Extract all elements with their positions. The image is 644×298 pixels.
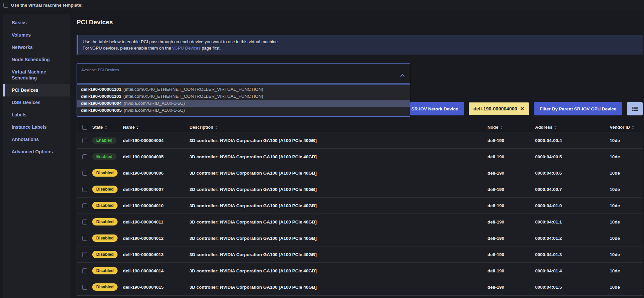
device-name: dell-190-000004011 <box>123 220 189 224</box>
device-node: dell-190 <box>487 268 535 273</box>
pci-devices-panel: PCI Devices Use the table below to enabl… <box>70 10 644 298</box>
row-checkbox[interactable] <box>82 252 87 257</box>
state-badge: Disabled <box>92 251 118 258</box>
pci-device-option[interactable]: dell-190-000001103(intel.com/X540_ETHERN… <box>77 93 410 100</box>
list-icon <box>632 106 638 111</box>
device-vendor-id: 10de <box>610 203 643 208</box>
device-vendor-id: 10de <box>610 268 643 273</box>
device-description: 3D controller: NVIDIA Corporation GA100 … <box>189 252 487 257</box>
device-node: dell-190 <box>487 187 535 192</box>
device-address: 0000:04:01.0 <box>535 203 610 208</box>
table-row: Disableddell-190-0000040123D controller:… <box>77 230 643 246</box>
device-address: 0000:04:01.4 <box>535 268 610 273</box>
device-vendor-id: 10de <box>610 187 643 192</box>
vgpu-devices-link[interactable]: vGPU Devices <box>172 46 201 51</box>
device-address: 0000:04:01.1 <box>535 220 610 224</box>
option-device-name: dell-190-000004004 <box>81 101 122 106</box>
sidebar-item-annotations[interactable]: Annotations <box>3 133 70 146</box>
row-checkbox[interactable] <box>82 138 87 143</box>
option-device-desc: (intel.com/X540_ETHERNET_CONTROLLER_VIRT… <box>124 94 263 99</box>
device-description: 3D controller: NVIDIA Corporation GA100 … <box>189 154 487 159</box>
column-header-address[interactable]: Address <box>535 125 610 130</box>
row-checkbox[interactable] <box>82 171 87 176</box>
device-name: dell-190-000004015 <box>123 285 189 290</box>
device-name: dell-190-000004006 <box>123 171 189 176</box>
state-badge: Disabled <box>92 169 118 177</box>
option-device-name: dell-190-000004005 <box>81 108 122 113</box>
sort-icon <box>554 126 557 129</box>
filter-parent-sriov-gpu-button[interactable]: Filter By Parent SR-IOV GPU Device <box>534 102 622 115</box>
row-checkbox[interactable] <box>82 187 87 192</box>
vm-template-label: Use the virtual machine template: <box>11 3 83 8</box>
device-name: dell-190-000004012 <box>123 236 189 241</box>
sidebar-item-volumes[interactable]: Volumes <box>3 29 70 41</box>
table-row: Disableddell-190-0000040103D controller:… <box>77 198 643 214</box>
option-device-desc: (intel.com/X540_ETHERNET_CONTROLLER_VIRT… <box>124 87 263 92</box>
row-checkbox[interactable] <box>82 220 87 224</box>
banner-line-1: Use the table below to enable PCI passth… <box>83 39 638 45</box>
pci-device-option[interactable]: dell-190-000001101(intel.com/X540_ETHERN… <box>77 86 410 93</box>
available-pci-devices-select-area: Available PCI Devices dell-190-000001101… <box>77 63 410 84</box>
pci-info-banner: Use the table below to enable PCI passth… <box>77 35 643 55</box>
table-row: Enableddell-190-0000040043D controller: … <box>77 132 643 149</box>
sidebar-item-labels[interactable]: Labels <box>3 109 70 121</box>
sidebar-item-advanced-options[interactable]: Advanced Options <box>3 146 70 158</box>
table-row: Disableddell-190-0000040143D controller:… <box>77 263 643 279</box>
row-checkbox[interactable] <box>82 203 87 208</box>
pci-device-option[interactable]: dell-190-000004005(nvidia.com/GRID_A100-… <box>77 107 410 114</box>
device-vendor-id: 10de <box>610 285 643 290</box>
device-node: dell-190 <box>487 252 535 257</box>
table-header-row: StateNameDescriptionNodeAddressVendor ID <box>77 122 643 132</box>
device-description: 3D controller: NVIDIA Corporation GA100 … <box>189 203 487 208</box>
sort-icon <box>215 126 218 129</box>
selected-device-chip: dell-190-000004000 ✕ <box>469 102 529 115</box>
sidebar-item-networks[interactable]: Networks <box>3 41 70 54</box>
option-device-name: dell-190-000001101 <box>81 87 122 92</box>
row-checkbox[interactable] <box>82 268 87 273</box>
device-vendor-id: 10de <box>610 154 643 159</box>
sidebar-item-instance-labels[interactable]: Instance Labels <box>3 121 70 133</box>
row-checkbox[interactable] <box>82 236 87 241</box>
state-badge: Disabled <box>92 283 118 291</box>
table-row: Disableddell-190-0000040113D controller:… <box>77 214 643 230</box>
device-vendor-id: 10de <box>610 220 643 224</box>
row-checkbox[interactable] <box>82 285 87 290</box>
table-row: Disableddell-190-0000040153D controller:… <box>77 279 643 295</box>
device-description: 3D controller: NVIDIA Corporation GA100 … <box>189 220 487 224</box>
pci-device-option[interactable]: dell-190-000004004(nvidia.com/GRID_A100-… <box>77 100 410 107</box>
device-node: dell-190 <box>487 285 535 290</box>
select-label: Available PCI Devices <box>81 68 119 72</box>
sidebar-item-pci-devices[interactable]: PCI Devices <box>3 84 70 96</box>
sort-icon <box>500 126 503 129</box>
column-header-vendor-id[interactable]: Vendor ID <box>610 125 643 130</box>
device-address: 0000:04:00.6 <box>535 171 610 176</box>
device-name: dell-190-000004010 <box>123 203 189 208</box>
device-node: dell-190 <box>487 138 535 143</box>
device-description: 3D controller: NVIDIA Corporation GA100 … <box>189 187 487 192</box>
device-node: dell-190 <box>487 171 535 176</box>
device-vendor-id: 10de <box>610 252 643 257</box>
column-header-name[interactable]: Name <box>123 125 189 130</box>
device-address: 0000:04:00.7 <box>535 187 610 192</box>
select-all-checkbox[interactable] <box>82 125 87 130</box>
available-pci-devices-select[interactable]: Available PCI Devices <box>77 63 410 84</box>
device-description: 3D controller: NVIDIA Corporation GA100 … <box>189 285 487 290</box>
page-title: PCI Devices <box>77 19 643 26</box>
chip-close-icon[interactable]: ✕ <box>520 106 524 112</box>
filter-actions-row: Filter By Parent SR-IOV Netork Device de… <box>371 102 643 115</box>
vm-template-checkbox[interactable] <box>3 3 8 8</box>
option-device-name: dell-190-000001103 <box>81 94 122 99</box>
device-address: 0000:04:01.5 <box>535 285 610 290</box>
column-header-node[interactable]: Node <box>487 125 535 130</box>
device-address: 0000:04:01.2 <box>535 236 610 241</box>
row-checkbox[interactable] <box>82 154 87 159</box>
sidebar-item-virtual-machine-scheduling[interactable]: Virtual Machine Scheduling <box>3 66 70 84</box>
state-badge: Enabled <box>92 137 117 144</box>
list-view-toggle-button[interactable] <box>627 102 643 115</box>
sidebar-item-node-scheduling[interactable]: Node Scheduling <box>3 54 70 66</box>
column-header-description[interactable]: Description <box>189 125 487 130</box>
device-description: 3D controller: NVIDIA Corporation GA100 … <box>189 171 487 176</box>
sidebar-item-usb-devices[interactable]: USB Devices <box>3 96 70 109</box>
sidebar-item-basics[interactable]: Basics <box>3 17 70 29</box>
column-header-state[interactable]: State <box>92 125 123 130</box>
